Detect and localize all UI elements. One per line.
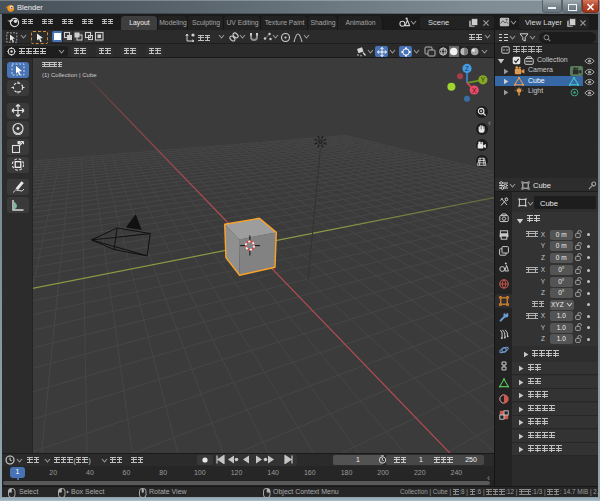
svg-text:Y: Y <box>481 76 486 83</box>
svg-text:Z: Z <box>465 65 469 72</box>
svg-text:X: X <box>472 87 477 94</box>
